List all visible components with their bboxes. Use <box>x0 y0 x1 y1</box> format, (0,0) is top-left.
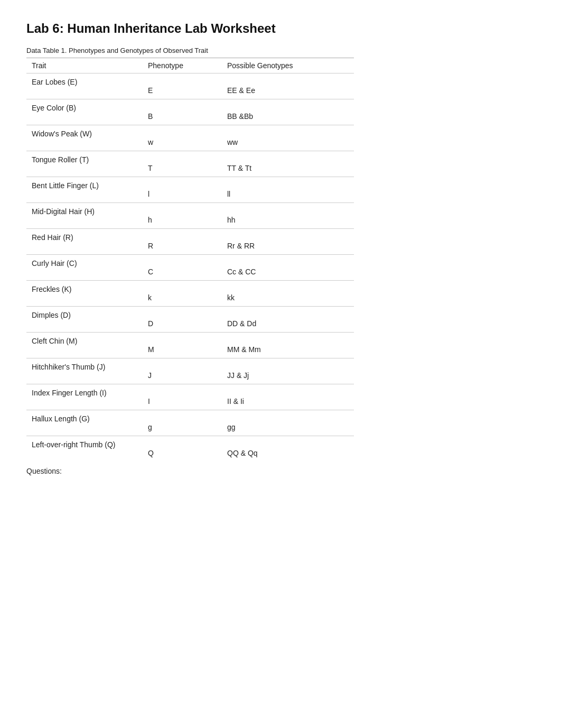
cell-phenotype-val: M <box>143 345 222 358</box>
cell-phenotype-val: T <box>143 164 222 177</box>
cell-trait: Ear Lobes (E) <box>26 73 143 87</box>
cell-phenotype <box>143 436 222 449</box>
cell-trait-empty <box>26 216 143 229</box>
cell-phenotype-val: l <box>143 190 222 203</box>
cell-genotype-val: TT & Tt <box>222 164 354 177</box>
col-header-phenotype: Phenotype <box>143 58 222 73</box>
cell-phenotype <box>143 358 222 372</box>
cell-genotype-val: kk <box>222 293 354 307</box>
col-header-trait: Trait <box>26 58 143 73</box>
cell-trait: Curly Hair (C) <box>26 255 143 268</box>
table-row: Bent Little Finger (L) <box>26 177 354 190</box>
cell-genotype <box>222 255 354 268</box>
cell-phenotype <box>143 255 222 268</box>
cell-phenotype-val: Q <box>143 449 222 462</box>
table-row: Cleft Chin (M) <box>26 333 354 346</box>
col-header-genotype: Possible Genotypes <box>222 58 354 73</box>
table-row-values: E EE & Ee <box>26 86 354 99</box>
table-row: Ear Lobes (E) <box>26 73 354 87</box>
table-row: Curly Hair (C) <box>26 255 354 268</box>
cell-phenotype <box>143 307 222 320</box>
table-caption: Data Table 1. Phenotypes and Genotypes o… <box>26 47 535 54</box>
cell-trait: Dimples (D) <box>26 307 143 320</box>
cell-genotype-val: II & Ii <box>222 397 354 410</box>
table-row: Red Hair (R) <box>26 229 354 242</box>
cell-genotype <box>222 384 354 398</box>
cell-trait: Eye Color (B) <box>26 99 143 113</box>
cell-phenotype <box>143 410 222 423</box>
cell-phenotype <box>143 99 222 113</box>
table-row-values: Q QQ & Qq <box>26 449 354 462</box>
cell-genotype-val: gg <box>222 423 354 436</box>
cell-phenotype-val: C <box>143 268 222 281</box>
table-row: Hallux Length (G) <box>26 410 354 423</box>
cell-trait-empty <box>26 268 143 281</box>
cell-trait-empty <box>26 293 143 307</box>
cell-phenotype-val: B <box>143 112 222 125</box>
table-row-values: J JJ & Jj <box>26 371 354 384</box>
cell-genotype-val: MM & Mm <box>222 345 354 358</box>
cell-phenotype <box>143 151 222 164</box>
cell-genotype <box>222 307 354 320</box>
cell-genotype-val: JJ & Jj <box>222 371 354 384</box>
cell-genotype <box>222 333 354 346</box>
table-row: Hitchhiker's Thumb (J) <box>26 358 354 372</box>
cell-genotype <box>222 229 354 242</box>
table-row: Freckles (K) <box>26 281 354 294</box>
cell-genotype <box>222 436 354 449</box>
cell-phenotype-val: I <box>143 397 222 410</box>
table-row: Mid-Digital Hair (H) <box>26 203 354 216</box>
cell-phenotype-val: J <box>143 371 222 384</box>
cell-genotype-val: Rr & RR <box>222 242 354 255</box>
cell-phenotype-val: R <box>143 242 222 255</box>
cell-genotype <box>222 203 354 216</box>
cell-phenotype <box>143 281 222 294</box>
table-row-values: T TT & Tt <box>26 164 354 177</box>
table-row-values: I II & Ii <box>26 397 354 410</box>
cell-trait-empty <box>26 423 143 436</box>
table-row-values: R Rr & RR <box>26 242 354 255</box>
cell-phenotype <box>143 203 222 216</box>
table-row: Left-over-right Thumb (Q) <box>26 436 354 449</box>
cell-trait: Mid-Digital Hair (H) <box>26 203 143 216</box>
cell-genotype-val: Cc & CC <box>222 268 354 281</box>
cell-phenotype <box>143 177 222 190</box>
cell-phenotype-val: h <box>143 216 222 229</box>
table-row: Index Finger Length (I) <box>26 384 354 398</box>
cell-phenotype <box>143 73 222 87</box>
cell-phenotype <box>143 229 222 242</box>
table-row-values: M MM & Mm <box>26 345 354 358</box>
cell-genotype-val: QQ & Qq <box>222 449 354 462</box>
cell-phenotype-val: D <box>143 319 222 333</box>
table-row: Dimples (D) <box>26 307 354 320</box>
cell-trait: Freckles (K) <box>26 281 143 294</box>
cell-trait-empty <box>26 449 143 462</box>
cell-genotype <box>222 99 354 113</box>
cell-trait-empty <box>26 345 143 358</box>
cell-genotype-val: DD & Dd <box>222 319 354 333</box>
cell-trait-empty <box>26 371 143 384</box>
table-row-values: C Cc & CC <box>26 268 354 281</box>
cell-phenotype-val: w <box>143 138 222 151</box>
cell-phenotype-val: g <box>143 423 222 436</box>
table-row-values: D DD & Dd <box>26 319 354 333</box>
cell-genotype <box>222 410 354 423</box>
cell-trait-empty <box>26 164 143 177</box>
cell-trait: Bent Little Finger (L) <box>26 177 143 190</box>
page-title: Lab 6: Human Inheritance Lab Worksheet <box>26 21 535 36</box>
cell-genotype-val: BB &Bb <box>222 112 354 125</box>
cell-genotype <box>222 125 354 139</box>
table-row-values: w ww <box>26 138 354 151</box>
cell-genotype-val: hh <box>222 216 354 229</box>
table-row: Eye Color (B) <box>26 99 354 113</box>
table-row-values: h hh <box>26 216 354 229</box>
cell-trait: Cleft Chin (M) <box>26 333 143 346</box>
cell-trait: Hallux Length (G) <box>26 410 143 423</box>
cell-genotype <box>222 177 354 190</box>
cell-genotype <box>222 358 354 372</box>
cell-trait-empty <box>26 319 143 333</box>
cell-genotype <box>222 73 354 87</box>
cell-genotype <box>222 151 354 164</box>
cell-phenotype <box>143 333 222 346</box>
table-row-values: g gg <box>26 423 354 436</box>
